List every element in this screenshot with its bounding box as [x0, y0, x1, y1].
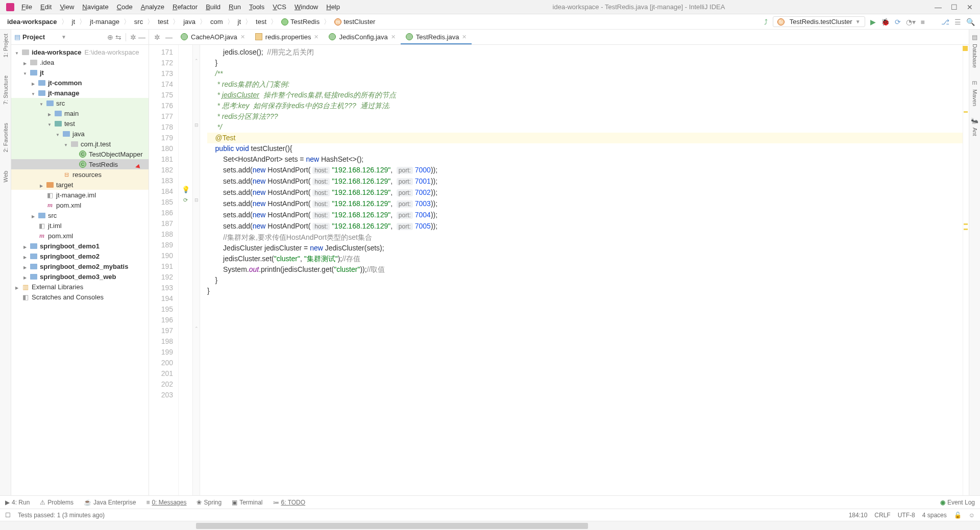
fold-column[interactable]: ⌃⊟⊟⌃	[193, 45, 200, 495]
left-rail-favorites[interactable]: 2: Favorites	[3, 123, 9, 152]
intention-bulb-icon[interactable]: 💡	[182, 186, 190, 193]
menu-view[interactable]: View	[57, 2, 77, 12]
fold-toggle[interactable]: ⌃	[194, 326, 199, 331]
breadcrumb-item[interactable]: jt	[70, 17, 78, 27]
tree-node[interactable]: springboot_demo3_web	[11, 271, 149, 282]
code-line[interactable]: }	[207, 58, 963, 68]
tree-expander[interactable]	[14, 283, 19, 291]
code-line[interactable]: System.out.println(jedisCluster.get("clu…	[207, 264, 963, 275]
problems-button[interactable]: ⚠ Problems	[40, 499, 74, 506]
menu-vcs[interactable]: VCS	[270, 2, 289, 12]
tree-expander[interactable]	[31, 212, 36, 219]
tree-expander[interactable]	[22, 273, 28, 281]
run-toolwindow-button[interactable]: ▶ 4: Run	[5, 499, 30, 506]
terminal-button[interactable]: ▣ Terminal	[232, 499, 262, 506]
scrollbar-thumb[interactable]	[196, 523, 588, 529]
tree-expander[interactable]	[14, 48, 19, 56]
caret-position[interactable]: 184:10	[849, 512, 868, 519]
breadcrumb-item[interactable]: src	[132, 17, 145, 27]
code-line[interactable]: public void testCluster(){	[207, 143, 963, 154]
tree-node[interactable]: .idea	[11, 57, 149, 67]
close-icon[interactable]: ✕	[462, 34, 467, 40]
tree-node[interactable]: ◧Scratches and Consoles	[11, 292, 149, 302]
menu-code[interactable]: Code	[114, 2, 136, 12]
coverage-button[interactable]: ⟳	[895, 18, 901, 26]
tree-expander[interactable]	[55, 130, 60, 138]
code-line[interactable]: * 思考:key 如何保存到redis中的3台主机??? 通过算法.	[207, 100, 963, 111]
code-line[interactable]: jedisCluster.set("cluster", "集群测试");//存值	[207, 254, 963, 264]
tree-node[interactable]: idea-workspaceE:\idea-workspace	[11, 47, 149, 57]
fold-toggle[interactable]: ⊟	[194, 197, 199, 203]
right-rail-icon[interactable]: m	[972, 79, 977, 86]
tree-node[interactable]: CTestObjectMapper	[11, 149, 149, 159]
readonly-icon[interactable]: 🔓	[954, 512, 962, 519]
todo-button[interactable]: ≔ 6: TODO	[273, 499, 306, 506]
menu-file[interactable]: File	[18, 2, 35, 12]
file-encoding[interactable]: UTF-8	[898, 512, 915, 519]
fold-toggle[interactable]: ⌃	[194, 58, 199, 63]
override-icon[interactable]: ⟳	[183, 197, 188, 203]
menu-edit[interactable]: Edit	[37, 2, 55, 12]
tree-node[interactable]: src	[11, 98, 149, 108]
tree-node[interactable]: jt-manage	[11, 88, 149, 98]
profile-button[interactable]: ◔▾	[906, 18, 916, 26]
tree-expander[interactable]	[22, 253, 28, 260]
left-rail-project[interactable]: 1: Project	[3, 34, 9, 57]
tree-node[interactable]: springboot_demo2_mybatis	[11, 261, 149, 271]
code-line[interactable]: //集群对象,要求传值HostAndPort类型的set集合	[207, 232, 963, 243]
menu-analyze[interactable]: Analyze	[138, 2, 167, 12]
menu-window[interactable]: Window	[291, 2, 321, 12]
tree-node[interactable]: target	[11, 180, 149, 190]
menu-build[interactable]: Build	[203, 2, 224, 12]
right-rail-database[interactable]: Database	[972, 44, 978, 68]
tab-testredis-java[interactable]: TestRedis.java✕	[401, 30, 472, 44]
spring-button[interactable]: ❀ Spring	[197, 499, 222, 506]
tree-expander[interactable]	[22, 263, 28, 270]
tree-expander[interactable]	[22, 242, 28, 250]
vcs-icon[interactable]: ⎇	[941, 18, 949, 26]
breadcrumb-item[interactable]: jt-manage	[88, 17, 121, 27]
code-line[interactable]: */	[207, 122, 963, 133]
minimize-button[interactable]: —	[935, 3, 942, 11]
tree-node[interactable]: java	[11, 129, 149, 139]
menu-help[interactable]: Help	[323, 2, 343, 12]
code-line[interactable]: * redis分区算法???	[207, 111, 963, 122]
code-line[interactable]: /**	[207, 68, 963, 79]
close-icon[interactable]: ✕	[314, 34, 318, 40]
expand-icon[interactable]: ⇆	[115, 33, 121, 41]
build-icon[interactable]: ⤴	[764, 18, 768, 26]
gear-icon[interactable]: ✲	[130, 33, 136, 41]
stop-button[interactable]: ■	[921, 18, 925, 26]
tree-node[interactable]: ◧jt.iml	[11, 220, 149, 231]
tree-node[interactable]: ▥External Libraries	[11, 282, 149, 292]
fold-toggle[interactable]: ⊟	[194, 122, 199, 128]
menu-navigate[interactable]: Navigate	[79, 2, 111, 12]
tree-node[interactable]: com.jt.test	[11, 139, 149, 149]
error-stripe[interactable]	[963, 45, 969, 495]
right-rail-icon[interactable]: ▤	[972, 34, 977, 41]
tree-expander[interactable]	[63, 140, 68, 148]
indent-info[interactable]: 4 spaces	[922, 512, 947, 519]
structure-icon[interactable]: ☰	[954, 18, 961, 26]
code-line[interactable]: sets.add(new HostAndPort( host: "192.168…	[207, 198, 963, 210]
code-line[interactable]: }	[207, 275, 963, 286]
right-rail-maven[interactable]: Maven	[972, 89, 978, 106]
tree-node[interactable]: springboot_demo2	[11, 251, 149, 261]
close-icon[interactable]: ✕	[391, 34, 396, 40]
code-line[interactable]: }	[207, 286, 963, 296]
code-line[interactable]: sets.add(new HostAndPort( host: "192.168…	[207, 221, 963, 232]
tool-windows-icon[interactable]: ☐	[5, 512, 11, 519]
tab-redis-properties[interactable]: redis.properties✕	[250, 30, 324, 44]
tree-expander[interactable]	[31, 79, 36, 87]
tree-node[interactable]: main	[11, 108, 149, 118]
tree-expander[interactable]	[31, 89, 36, 97]
menu-refactor[interactable]: Refactor	[169, 2, 201, 12]
breadcrumb-item[interactable]: com	[208, 17, 225, 27]
hide-button[interactable]: —	[138, 33, 145, 41]
code[interactable]: jedis.close(); //用完之后关闭 } /** * redis集群的…	[200, 45, 963, 495]
run-config-selector[interactable]: ↻ TestRedis.testCluster ▼	[773, 16, 865, 27]
debug-button[interactable]: 🐞	[881, 18, 890, 26]
chevron-down-icon[interactable]: ▼	[61, 34, 66, 40]
inspection-icon[interactable]: ☺	[969, 512, 975, 519]
event-log-button[interactable]: ◉ Event Log	[940, 499, 975, 506]
